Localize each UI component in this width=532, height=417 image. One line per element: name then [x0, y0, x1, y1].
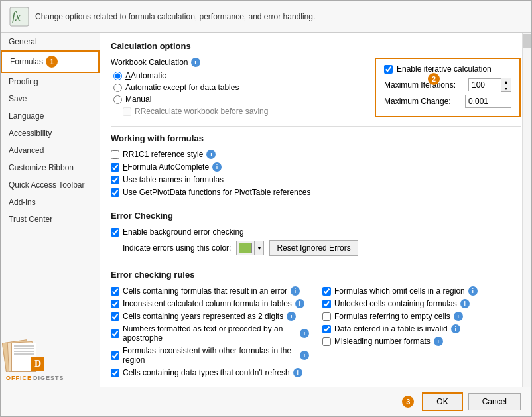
- getpivotdata-checkbox-item: Use GetPivotData functions for PivotTabl…: [111, 188, 521, 197]
- workbook-calc-info-icon[interactable]: i: [191, 58, 200, 67]
- formula-autocomplete-checkbox-item: FFormula AutoComplete i: [111, 162, 521, 172]
- max-iterations-down[interactable]: ▼: [501, 85, 511, 91]
- error-rule-right-2: Formulas referring to empty cells i: [322, 312, 521, 321]
- error-rule-right-1: Unlocked cells containing formulas i: [322, 299, 521, 308]
- working-formulas-title: Working with formulas: [111, 133, 521, 143]
- error-rule-right-1-checkbox[interactable]: [322, 300, 331, 308]
- ok-button[interactable]: OK: [422, 392, 462, 411]
- workbook-calc-label: Workbook Calculation i: [111, 58, 362, 67]
- error-rule-left-5-checkbox[interactable]: [111, 369, 119, 377]
- formula-autocomplete-info-icon[interactable]: i: [212, 162, 222, 172]
- sidebar-item-save[interactable]: Save: [1, 90, 100, 107]
- svg-text:fx: fx: [12, 10, 21, 23]
- iterative-checkbox[interactable]: [384, 65, 393, 74]
- sidebar-item-trust-center[interactable]: Trust Center: [1, 211, 100, 228]
- getpivotdata-checkbox[interactable]: [111, 188, 119, 197]
- sidebar-item-customize-ribbon[interactable]: Customize Ribbon: [1, 159, 100, 176]
- max-change-row: Maximum Change: 0.001: [384, 95, 511, 108]
- error-rule-right-0-info[interactable]: i: [468, 286, 478, 296]
- sidebar-item-general[interactable]: General: [1, 33, 100, 50]
- error-rule-left-0-label: Cells containing formulas that result in…: [123, 286, 287, 296]
- error-checking-title: Error Checking: [111, 211, 521, 221]
- error-rule-right-3-label: Data entered in a table is invalid: [334, 324, 448, 333]
- error-rule-left-1-info[interactable]: i: [295, 299, 304, 308]
- error-rule-left-4-checkbox[interactable]: [111, 351, 119, 360]
- error-rule-left-3-label: Numbers formatted as text or preceded by…: [123, 324, 297, 343]
- cancel-button[interactable]: Cancel: [468, 393, 521, 410]
- radio-automatic-input[interactable]: [113, 72, 122, 80]
- color-dropdown-arrow[interactable]: ▼: [254, 241, 263, 255]
- error-rule-right-0-label: Formulas which omit cells in a region: [334, 286, 465, 296]
- error-rule-left-3-info[interactable]: i: [300, 329, 309, 338]
- scrollbar-track[interactable]: [522, 33, 531, 387]
- error-rule-right-2-checkbox[interactable]: [322, 312, 331, 321]
- error-rule-left-4-info[interactable]: i: [300, 351, 309, 360]
- reset-ignored-errors-button[interactable]: Reset Ignored Errors: [269, 240, 358, 256]
- max-iterations-up[interactable]: ▲: [501, 78, 511, 85]
- error-rule-right-4: Misleading number formats i: [322, 337, 521, 346]
- dialog-header-text: Change options related to formula calcul…: [35, 12, 315, 21]
- radio-auto-except-input[interactable]: [113, 84, 122, 92]
- formula-autocomplete-label: FFormula AutoComplete: [123, 162, 209, 172]
- indicate-errors-label: Indicate errors using this color:: [123, 243, 231, 253]
- calculation-section-title: Calculation options: [111, 41, 521, 51]
- office-logo: D OFFICE DIGESTS: [6, 335, 94, 381]
- badge-2: 2: [428, 73, 440, 85]
- error-rule-left-2: Cells containing years represented as 2 …: [111, 312, 309, 321]
- sidebar-item-accessibility[interactable]: Accessibility: [1, 125, 100, 142]
- error-checking-row: Indicate errors using this color: ▼ Rese…: [111, 240, 521, 256]
- radio-manual-input[interactable]: [113, 95, 122, 104]
- enable-background-checkbox[interactable]: [111, 228, 119, 237]
- error-rule-left-0-checkbox[interactable]: [111, 287, 119, 296]
- sidebar-item-add-ins[interactable]: Add-ins: [1, 194, 100, 211]
- error-rule-right-4-info[interactable]: i: [434, 337, 443, 346]
- error-rule-left-1: Inconsistent calculated column formula i…: [111, 299, 309, 308]
- error-rule-left-1-label: Inconsistent calculated column formula i…: [123, 299, 292, 308]
- table-names-checkbox[interactable]: [111, 176, 119, 184]
- logo-office: OFFICE: [6, 375, 32, 381]
- error-rule-left-3-checkbox[interactable]: [111, 329, 119, 338]
- recalculate-label: RRecalculate workbook before saving: [135, 107, 268, 116]
- sidebar-item-formulas[interactable]: Formulas 1: [1, 50, 100, 73]
- sidebar-item-advanced[interactable]: Advanced: [1, 142, 100, 159]
- color-picker-button[interactable]: ▼: [236, 241, 264, 255]
- error-rule-left-0: Cells containing formulas that result in…: [111, 286, 309, 296]
- error-rules-left: Cells containing formulas that result in…: [111, 286, 309, 381]
- badge-3: 3: [402, 396, 414, 408]
- error-rule-right-2-info[interactable]: i: [454, 312, 463, 321]
- recalculate-checkbox[interactable]: [123, 107, 131, 116]
- error-rule-right-1-info[interactable]: i: [460, 299, 470, 308]
- error-rule-left-2-label: Cells containing years represented as 2 …: [123, 312, 283, 321]
- error-rule-right-0-checkbox[interactable]: [322, 287, 331, 296]
- radio-auto-except-label: Automatic except for data tables: [125, 83, 239, 92]
- sidebar-item-quick-access[interactable]: Quick Access Toolbar: [1, 176, 100, 194]
- radio-manual: Manual: [113, 95, 362, 104]
- max-iterations-input-group: 100 ▲ ▼: [468, 78, 511, 92]
- error-rule-right-2-label: Formulas referring to empty cells: [334, 312, 450, 321]
- formula-icon: fx: [9, 6, 30, 27]
- sidebar-item-proofing[interactable]: Proofing: [1, 73, 100, 90]
- max-change-label: Maximum Change:: [384, 97, 464, 106]
- max-change-input[interactable]: 0.001: [465, 95, 511, 108]
- r1c1-info-icon[interactable]: i: [206, 150, 216, 159]
- error-rule-left-1-checkbox[interactable]: [111, 300, 119, 308]
- r1c1-checkbox-item: RR1C1 reference style i: [111, 150, 521, 159]
- max-iterations-row: Maximum Iterations: 100 ▲ ▼: [384, 78, 511, 92]
- formula-autocomplete-checkbox[interactable]: [111, 163, 119, 172]
- error-rule-right-3-info[interactable]: i: [451, 324, 460, 333]
- sidebar-item-language[interactable]: Language: [1, 107, 100, 125]
- error-rule-left-5-info[interactable]: i: [293, 368, 302, 377]
- error-rule-right-4-checkbox[interactable]: [322, 337, 331, 346]
- error-rule-left-2-info[interactable]: i: [287, 312, 296, 321]
- error-rule-left-3: Numbers formatted as text or preceded by…: [111, 324, 309, 343]
- max-iterations-input[interactable]: 100: [468, 78, 501, 91]
- r1c1-checkbox[interactable]: [111, 150, 119, 159]
- workbook-calc-radio-group: AAutomatic Automatic except for data tab…: [113, 71, 362, 104]
- error-rule-left-2-checkbox[interactable]: [111, 312, 119, 321]
- error-rule-left-0-info[interactable]: i: [291, 286, 300, 296]
- max-iterations-label: Maximum Iterations:: [384, 80, 464, 89]
- dialog-footer: 3 OK Cancel: [1, 387, 531, 416]
- iterative-label: Enable iterative calculation: [397, 64, 492, 74]
- error-rule-right-3-checkbox[interactable]: [322, 325, 331, 333]
- error-rule-left-4: Formulas inconsistent with other formula…: [111, 346, 309, 365]
